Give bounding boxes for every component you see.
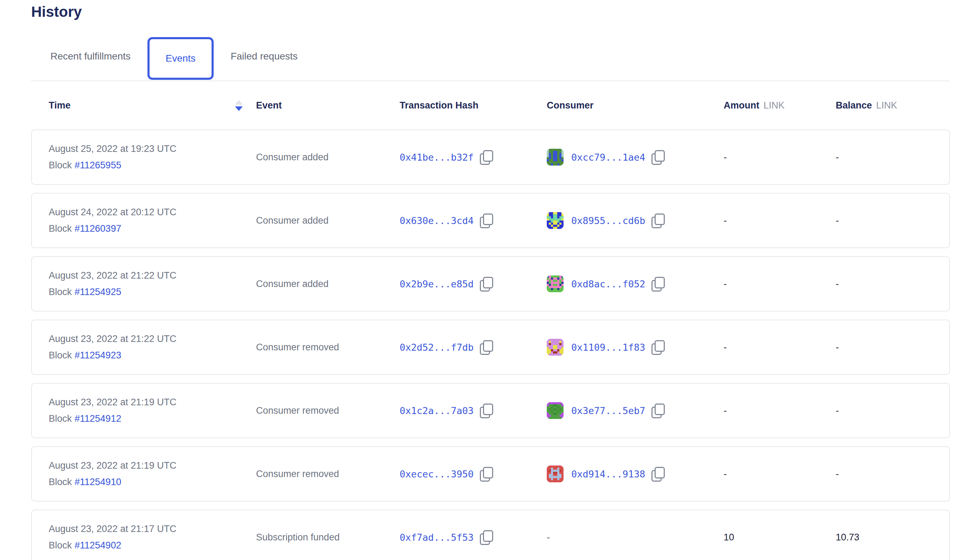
copy-icon[interactable] (652, 213, 664, 228)
consumer-address-link[interactable]: 0x1109...1f83 (571, 342, 645, 353)
consumer-entry: 0xcc79...1ae4 (547, 149, 664, 165)
consumer-entry: 0x1109...1f83 (547, 339, 664, 356)
tab-recent-fulfillments[interactable]: Recent fulfillments (49, 51, 132, 62)
block-label: Block (48, 477, 72, 487)
balance-unit-label: LINK (876, 100, 897, 111)
consumer-cell: - (547, 532, 724, 543)
tx-hash-link[interactable]: 0x630e...3cd4 (400, 215, 473, 226)
tx-hash-cell: 0x1c2a...7a03 (400, 403, 547, 418)
copy-icon[interactable] (480, 403, 492, 418)
block-number-link[interactable]: #11254912 (75, 413, 121, 424)
event-type-text: Consumer added (256, 278, 329, 290)
amount-value: - (724, 405, 727, 416)
tx-hash-link[interactable]: 0x1c2a...7a03 (400, 405, 473, 416)
tx-hash-link[interactable]: 0x41be...b32f (400, 152, 473, 163)
amount-value: - (724, 215, 727, 226)
copy-icon[interactable] (480, 150, 492, 164)
balance-cell: - (836, 405, 932, 416)
block-number-link[interactable]: #11254923 (75, 350, 121, 360)
copy-icon[interactable] (652, 403, 664, 418)
tx-hash-cell: 0x630e...3cd4 (400, 213, 547, 228)
copy-icon[interactable] (652, 467, 664, 481)
amount-value: 10 (724, 532, 734, 543)
event-row: August 23, 2022 at 21:19 UTC Block#11254… (31, 383, 950, 438)
time-cell: August 23, 2022 at 21:19 UTC Block#11254… (48, 397, 256, 424)
copy-icon[interactable] (652, 150, 664, 164)
tx-hash-cell: 0x2d52...f7db (400, 340, 547, 354)
tab-failed-requests[interactable]: Failed requests (229, 51, 299, 62)
sort-arrows-icon[interactable] (235, 100, 243, 111)
event-type-text: Consumer removed (256, 468, 339, 480)
event-row: August 23, 2022 at 21:22 UTC Block#11254… (31, 320, 950, 375)
consumer-cell: 0xd8ac...f052 (547, 275, 724, 292)
copy-icon[interactable] (652, 340, 664, 354)
event-row: August 25, 2022 at 19:23 UTC Block#11265… (31, 130, 950, 185)
copy-icon[interactable] (480, 467, 492, 481)
copy-icon[interactable] (480, 213, 492, 228)
tab-bar: Recent fulfillments Events Failed reques… (31, 32, 950, 81)
consumer-cell: 0x1109...1f83 (547, 339, 724, 356)
consumer-address-link[interactable]: 0x3e77...5eb7 (571, 405, 645, 416)
consumer-identicon (547, 212, 563, 229)
event-row: August 23, 2022 at 21:22 UTC Block#11254… (31, 256, 950, 312)
amount-cell: - (724, 405, 836, 416)
column-header-amount: AmountLINK (724, 100, 836, 111)
consumer-entry: 0x8955...cd6b (547, 212, 664, 229)
tx-hash-link[interactable]: 0xf7ad...5f53 (400, 532, 473, 543)
consumer-address-link[interactable]: 0xcc79...1ae4 (571, 152, 645, 163)
time-cell: August 23, 2022 at 21:17 UTC Block#11254… (48, 523, 256, 551)
column-header-balance: BalanceLINK (836, 100, 932, 111)
balance-cell: - (836, 278, 932, 290)
tx-hash-link[interactable]: 0x2d52...f7db (400, 342, 473, 353)
block-number-link[interactable]: #11265955 (75, 160, 121, 170)
event-date: August 23, 2022 at 21:19 UTC (48, 460, 177, 471)
consumer-cell: 0xd914...9138 (547, 465, 724, 482)
tab-events[interactable]: Events (147, 37, 214, 80)
consumer-address-link[interactable]: 0x8955...cd6b (571, 215, 645, 226)
copy-icon[interactable] (652, 277, 664, 291)
block-number-link[interactable]: #11254910 (75, 477, 121, 487)
block-line: Block#11254925 (48, 287, 121, 298)
event-cell: Consumer removed (256, 342, 400, 353)
column-header-time[interactable]: Time (48, 100, 256, 111)
balance-value: 10.73 (836, 532, 859, 543)
time-cell: August 23, 2022 at 21:22 UTC Block#11254… (48, 270, 256, 298)
consumer-empty-value: - (547, 532, 550, 543)
tx-hash-link[interactable]: 0x2b9e...e85d (400, 278, 473, 290)
sort-ascending-icon (235, 100, 243, 105)
block-line: Block#11254923 (48, 350, 121, 361)
time-header-label: Time (48, 100, 71, 111)
balance-header-label: Balance (836, 100, 872, 111)
event-type-text: Consumer removed (256, 405, 339, 416)
event-type-text: Consumer removed (256, 342, 339, 353)
event-date: August 23, 2022 at 21:22 UTC (48, 333, 177, 344)
tx-hash-link[interactable]: 0xecec...3950 (400, 468, 473, 480)
copy-icon[interactable] (480, 277, 492, 291)
consumer-cell: 0x3e77...5eb7 (547, 402, 724, 419)
event-row: August 23, 2022 at 21:17 UTC Block#11254… (31, 510, 950, 560)
event-rows: August 25, 2022 at 19:23 UTC Block#11265… (31, 130, 950, 560)
amount-cell: 10 (724, 532, 836, 543)
time-cell: August 25, 2022 at 19:23 UTC Block#11265… (48, 143, 256, 171)
time-cell: August 24, 2022 at 20:12 UTC Block#11260… (48, 207, 256, 234)
balance-value: - (836, 152, 839, 163)
balance-value: - (836, 342, 839, 353)
block-number-link[interactable]: #11260397 (75, 223, 121, 234)
amount-cell: - (724, 215, 836, 226)
consumer-address-link[interactable]: 0xd914...9138 (571, 468, 645, 480)
consumer-identicon (547, 465, 563, 482)
block-number-link[interactable]: #11254902 (75, 540, 121, 550)
event-row: August 23, 2022 at 21:19 UTC Block#11254… (31, 446, 950, 502)
consumer-cell: 0x8955...cd6b (547, 212, 724, 229)
consumer-address-link[interactable]: 0xd8ac...f052 (571, 278, 645, 290)
block-line: Block#11254910 (48, 477, 121, 488)
event-type-text: Consumer added (256, 215, 329, 226)
event-cell: Consumer added (256, 215, 400, 226)
copy-icon[interactable] (480, 340, 492, 354)
time-cell: August 23, 2022 at 21:22 UTC Block#11254… (48, 333, 256, 361)
block-label: Block (48, 540, 72, 550)
copy-icon[interactable] (480, 530, 492, 544)
block-number-link[interactable]: #11254925 (75, 287, 121, 297)
balance-cell: - (836, 468, 932, 480)
consumer-entry: 0xd8ac...f052 (547, 275, 664, 292)
